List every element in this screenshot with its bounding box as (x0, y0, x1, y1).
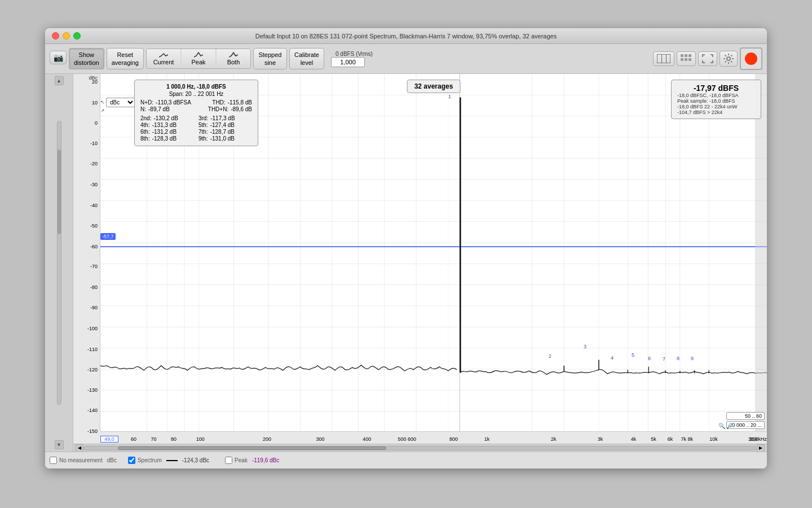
thdn-label: THD+N: (208, 106, 228, 112)
distortion-h4-row: 4th: -131,3 dB 5th: -127,4 dB (140, 122, 252, 128)
title-bar: Default Input 10 on 828ES 131 072-point … (45, 28, 767, 44)
toolbar: 📷 Show distortion Reset averaging Curren… (45, 44, 767, 74)
h9-label: 9th: (198, 135, 208, 142)
window-title: Default Input 10 on 828ES 131 072-point … (255, 33, 557, 40)
harmonic-4-label: 4 (611, 355, 614, 361)
svg-rect-3 (681, 54, 683, 57)
x-label-800: 800 (449, 436, 458, 442)
scrollbar-track[interactable] (83, 446, 757, 450)
h7-value: -128,7 dB (210, 129, 235, 135)
distortion-h2-row: 2nd: -130,2 dB 3rd: -117,3 dB (140, 115, 252, 121)
plot-area[interactable]: 1 2 3 4 5 6 7 8 9 -57,7 ↖ (100, 74, 767, 431)
peak-detail-4: -104,7 dBFS > 22k4 (677, 110, 755, 115)
scroll-left-btn[interactable]: ◀ (76, 444, 83, 452)
scrollbar-thumb[interactable] (118, 446, 387, 450)
harmonic-5-label: 5 (632, 352, 634, 358)
no-measurement-checkbox[interactable] (50, 457, 57, 464)
maximize-button[interactable] (73, 32, 81, 40)
show-distortion-button[interactable]: Show distortion (69, 48, 104, 70)
harmonic-2-label: 2 (549, 353, 551, 359)
spectrum-checkbox[interactable] (128, 457, 135, 464)
h5-value: -127,4 dB (210, 122, 235, 128)
y-label-m120: -120 (87, 367, 98, 373)
harmonic-6-label: 6 (648, 356, 651, 361)
x-label-80: 80 (171, 436, 176, 442)
y-label-m70: -70 (90, 264, 98, 269)
grid-icon-button[interactable] (677, 51, 696, 66)
dbc-select[interactable]: dBc dBFS dBV (106, 98, 135, 107)
both-button[interactable]: Both (217, 49, 250, 68)
x-start-input[interactable] (100, 436, 118, 443)
calibrate-level-button[interactable]: Calibrate level (289, 48, 324, 70)
h3-value: -117,3 dB (210, 115, 235, 121)
peak-popup: -17,97 dBFS -18,0 dBFSC, -18,0 dBFSA Pea… (671, 80, 761, 119)
close-button[interactable] (52, 32, 59, 40)
thd-label: THD: (212, 99, 225, 106)
scroll-down-button[interactable]: ▼ (55, 440, 64, 449)
record-button[interactable] (740, 47, 762, 70)
zoom-out-icon[interactable]: 🔎 (726, 423, 733, 429)
zoom-display-1[interactable]: 50 .. 60 (726, 412, 765, 420)
dbc-selector-container: ↖ dBc dBFS dBV (100, 98, 135, 107)
svg-rect-8 (689, 58, 691, 61)
harmonic-7-label: 7 (663, 356, 665, 362)
x-label-60: 60 (131, 436, 136, 442)
peak-label-container[interactable]: Peak (225, 457, 248, 464)
minimize-button[interactable] (63, 32, 70, 40)
distortion-h6-row: 6th: -131,2 dB 7th: -128,7 dB (140, 129, 252, 135)
y-label-0: 0 (95, 120, 98, 126)
harmonic-3-label: 3 (584, 344, 586, 349)
y-axis: dBc 20 10 0 -10 -20 -30 -40 -50 -60 -70 … (73, 74, 100, 431)
scroll-right-btn[interactable]: ▶ (757, 444, 765, 452)
x-label-3k: 3k (598, 436, 603, 442)
main-area: ▲ ▼ dBc 20 10 0 (45, 74, 767, 452)
x-axis: 60 70 80 100 200 300 400 500 600 800 1k … (100, 431, 767, 444)
no-measurement-label[interactable]: No measurement (50, 457, 103, 464)
record-indicator (745, 52, 757, 65)
averages-badge: 32 averages (407, 80, 461, 93)
scroll-up-button[interactable]: ▲ (55, 76, 64, 85)
spectrum-value: -124,3 dBc (182, 457, 209, 463)
camera-button[interactable]: 📷 (50, 51, 67, 64)
h6-label: 6th: (140, 129, 150, 135)
y-label-m30: -30 (90, 182, 98, 187)
current-button[interactable]: Current (147, 49, 180, 68)
y-label-m100: -100 (87, 326, 98, 331)
reset-averaging-button[interactable]: Reset averaging (107, 48, 144, 70)
expand-icon-button[interactable] (698, 51, 717, 66)
y-label-m140: -140 (87, 408, 98, 413)
no-measurement-text: No measurement (59, 457, 103, 463)
peak-label: Peak (235, 457, 248, 463)
x-label-7k-8k: 7k 8k (681, 436, 693, 442)
peak-checkbox[interactable] (225, 457, 232, 464)
svg-rect-0 (657, 54, 670, 63)
h2-value: -130,2 dB (153, 115, 178, 121)
settings-icon-button[interactable] (720, 51, 738, 67)
left-panel: ▲ ▼ (45, 74, 73, 452)
cursor-icon-bottom[interactable]: ↗ (100, 107, 105, 113)
dbfs-label: 0 dBFS (Vrms) (336, 51, 373, 57)
y-label-m80: -80 (90, 284, 98, 290)
y-label-m10: -10 (90, 141, 98, 146)
distortion-freq: 1 000,0 Hz, -18,0 dBFS (140, 84, 252, 90)
x-label-10k: 10k (709, 436, 718, 442)
x-label-2k: 2k (551, 436, 557, 442)
svg-rect-59 (755, 74, 767, 431)
svg-rect-2 (666, 54, 667, 63)
stepped-sine-button[interactable]: Stepped sine (253, 48, 287, 70)
distortion-h8-row: 8th: -128,3 dB 9th: -131,0 dB (140, 135, 252, 142)
zoom-icon-area: 🔍 🔎 (718, 423, 733, 429)
peak-button[interactable]: Peak (182, 49, 215, 68)
display-icon-button[interactable] (653, 51, 674, 66)
cursor-icon-top[interactable]: ↖ (100, 100, 105, 105)
nd-label: N+D: (140, 99, 153, 106)
dbfs-input[interactable] (331, 57, 365, 67)
y-label-20: 20 (92, 79, 98, 85)
zoom-in-icon[interactable]: 🔍 (718, 423, 725, 429)
distortion-popup: 1 000,0 Hz, -18,0 dBFS Span: 20 .. 22 00… (134, 80, 258, 146)
distortion-nd-row: N+D: -110,3 dBFSA THD: -115,8 dB (140, 99, 252, 106)
thdn-value: -89,6 dB (231, 106, 252, 112)
spectrum-label-container[interactable]: Spectrum (128, 457, 162, 464)
traffic-lights (52, 32, 81, 40)
peak-main-value: -17,97 dBFS (677, 84, 755, 93)
